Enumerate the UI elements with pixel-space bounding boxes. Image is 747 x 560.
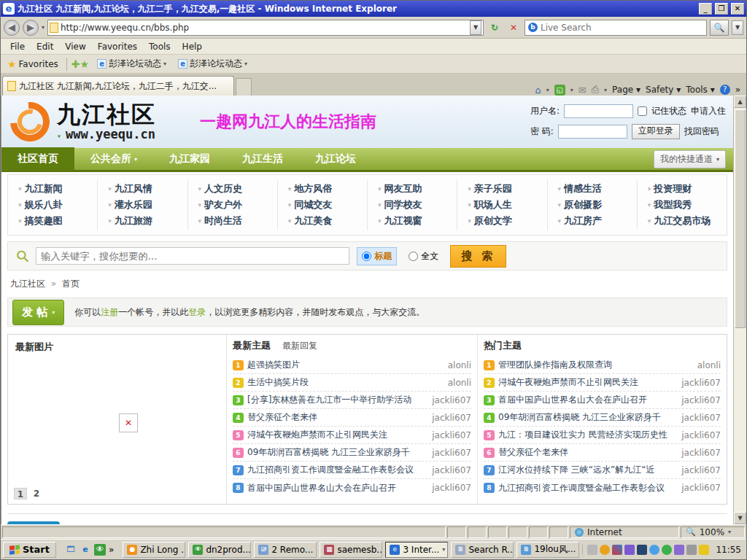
chevron-down-icon[interactable]: ▾ [570,87,573,93]
topic-link[interactable]: [分享]东林慈善在九江市一中举行助学活动 [247,394,424,406]
topic-link[interactable]: 09年胡润百富榜揭晓 九江三企业家跻身千 [498,411,673,424]
quicklaunch-more-chevron-icon[interactable]: » [109,545,114,555]
topic-author[interactable]: jackli607 [427,413,471,423]
forgot-password-link[interactable]: 找回密码 [684,125,719,138]
topic-link[interactable]: 09年胡润百富榜揭晓 九江三企业家跻身千 [247,446,424,459]
topic-link[interactable]: 生活中搞笑片段 [247,376,424,389]
remember-checkbox[interactable] [638,106,647,116]
search-options-button[interactable]: ▼ [732,20,743,35]
back-button[interactable]: ◀ [4,20,20,36]
page-2-button[interactable]: 2 [30,488,43,499]
scroll-down-button[interactable]: ▼ [734,512,746,524]
login-link[interactable]: 登录 [188,307,206,317]
category-link[interactable]: ▾地方风俗 [288,181,360,197]
nav-life[interactable]: 九江生活 [226,147,299,171]
category-link[interactable]: ▾同学校友 [378,197,449,213]
category-link[interactable]: ▾职场人生 [468,197,539,213]
topic-link[interactable]: 九江招商引资工作调度暨金融工作表彰会议 [247,464,424,476]
menu-help[interactable]: Help [177,40,207,53]
new-post-button[interactable]: 发 帖▾ [12,300,64,325]
chevron-down-icon[interactable]: ▾ [546,87,549,93]
shield-icon[interactable] [699,545,709,555]
topic-author[interactable]: jackli607 [677,430,721,440]
topic-link[interactable]: 管理团队操作指南及权限查询 [498,359,673,371]
category-link[interactable]: ▾搞笑趣图 [18,213,90,229]
topic-author[interactable]: jackli607 [427,395,471,405]
page-menu[interactable]: Page ▾ [612,85,640,95]
active-tab[interactable]: 九江社区 九江新闻,九江论坛，九江二手，九江交... [2,76,234,96]
fulltext-radio[interactable] [409,252,418,261]
favorites-bar-item-1[interactable]: e 彭泽论坛动态 ▾ [93,56,170,71]
topic-author[interactable]: jackli607 [427,448,471,458]
category-link[interactable]: ▾网友互助 [378,181,449,197]
site-logo[interactable]: 九江社区 ▾ www.yeequ.cn [9,101,156,143]
tray-app-icon[interactable] [624,545,635,555]
menu-favorites[interactable]: Favorites [93,40,142,53]
tray-app-icon[interactable] [674,545,684,555]
username-field[interactable] [564,104,633,118]
task-button-zhilong[interactable]: ●Zhi Long ... [123,542,185,558]
start-button[interactable]: Start [3,542,56,558]
history-chevron-icon[interactable]: ▾ [42,24,44,31]
favorites-bar-item-2[interactable]: e 彭泽论坛动态 ▾ [174,56,251,71]
topic-link[interactable]: 替父亲征个老来伴 [247,411,424,424]
nav-home[interactable]: 社区首页 [1,147,74,171]
topic-author[interactable]: jackli607 [427,483,471,493]
quicklaunch-eye-icon[interactable]: 👁 [94,544,106,556]
category-link[interactable]: ▾驴友户外 [198,197,270,213]
task-button-search[interactable]: 🗎Search R... [451,542,514,558]
chevron-down-icon[interactable]: ▾ [604,87,607,93]
task-button-internet[interactable]: e3 Inter...▾ [385,542,448,558]
tools-menu[interactable]: Tools ▾ [686,85,714,95]
keyword-input[interactable] [36,247,349,265]
topic-author[interactable]: alonli [677,360,721,370]
task-button-dn2prod[interactable]: 👁dn2prod... [188,542,251,558]
zoom-control[interactable]: 🔍 100% ▾ [681,526,745,538]
url-input[interactable] [61,23,468,33]
latest-replies-tab[interactable]: 最新回复 [282,340,317,352]
favorites-button[interactable]: ★ Favorites [4,57,62,71]
category-link[interactable]: ▾情感生活 [558,181,630,197]
chart-tray-icon[interactable] [612,545,622,555]
taskbar-clock[interactable]: 11:55 [716,545,741,555]
category-link[interactable]: ▾九江交易市场 [648,213,719,229]
category-link[interactable]: ▾原创摄影 [558,197,630,213]
topic-link[interactable]: 九江招商引资工作调度暨金融工作表彰会议 [498,482,673,494]
keyboard-icon[interactable] [587,545,597,555]
help-icon[interactable]: ? [720,85,730,95]
category-link[interactable]: ▾投资理财 [648,181,719,197]
login-button[interactable]: 立即登录 [632,124,680,139]
register-link[interactable]: 注册 [101,307,118,317]
category-link[interactable]: ▾灌水乐园 [108,197,179,213]
topic-author[interactable]: jackli607 [677,378,721,388]
menu-edit[interactable]: Edit [31,40,58,53]
scroll-up-button[interactable]: ▲ [734,96,746,108]
messenger-icon[interactable] [649,545,659,555]
topic-link[interactable]: 浔城午夜鞭炮声禁而不止引网民关注 [498,376,673,389]
volume-icon[interactable] [686,545,697,555]
nav-club[interactable]: 公共会所▾ [74,147,153,171]
live-search-input[interactable] [541,23,703,33]
quicklaunch-ie-icon[interactable]: e [80,544,91,556]
restore-button[interactable]: ❐ [715,3,728,15]
topic-link[interactable]: 替父亲征个老来伴 [498,446,673,459]
topic-author[interactable]: jackli607 [427,430,471,440]
category-link[interactable]: ▾九江房产 [558,213,630,229]
title-radio[interactable] [362,252,371,261]
task-button-19lou[interactable]: 🗎19lou风... [516,542,579,558]
menu-view[interactable]: View [60,40,90,53]
topic-link[interactable]: 九江：项目建设壮实力 民营经济实现历史性 [498,429,673,441]
search-submit-button[interactable]: 搜 索 [450,245,506,268]
home-icon[interactable]: ⌂ [535,85,541,96]
category-link[interactable]: ▾九江风情 [108,181,179,197]
tray-app-icon[interactable] [600,545,610,555]
rss-icon[interactable]: ◱ [554,85,565,96]
topic-author[interactable]: alonli [427,378,471,388]
category-link[interactable]: ▾九江视窗 [378,213,449,229]
update-icon[interactable] [662,545,672,555]
forward-button[interactable]: ▶ [23,20,39,36]
minimize-button[interactable]: _ [699,3,712,15]
latest-topics-tab[interactable]: 最新主题 [233,339,271,352]
category-link[interactable]: ▾九江新闻 [18,181,90,197]
topic-link[interactable]: 超强搞笑图片 [247,359,424,371]
